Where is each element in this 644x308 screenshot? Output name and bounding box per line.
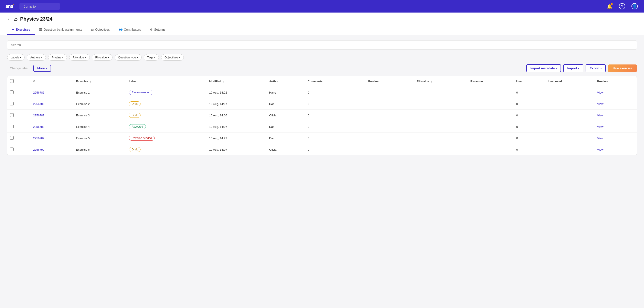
more-button[interactable]: More ▾ [33,65,51,72]
col-author: Author [266,76,305,87]
sort-icon: ↓ [223,80,224,83]
filter-objectives[interactable]: Objectives ▾ [161,54,184,61]
view-link[interactable]: View [597,114,604,117]
exercises-tab-icon: ✦ [12,28,14,31]
folder-icon: 🗁 [14,16,18,22]
tab-question-bank[interactable]: ☰ Question bank assignments [35,25,86,35]
import-metadata-button[interactable]: Import metadata ▾ [526,64,561,72]
modified-date: 10 Aug, 14:07 [206,98,266,110]
filter-labels[interactable]: Labels ▾ [7,54,24,61]
objectives-tab-icon: ⊟ [91,28,94,31]
table-row: 2256788 Exercise 4 Accepted 10 Aug, 14:0… [8,121,636,132]
p-value [366,87,414,98]
label-badge: Review needed [129,90,153,95]
topnav-right-icons: 🔔 ? 👤 [606,2,639,10]
p-value [366,110,414,121]
row-checkbox-3[interactable] [10,125,14,128]
view-link[interactable]: View [597,102,604,106]
breadcrumb: ← 🗁 Physics 23/24 [7,16,637,22]
select-all-checkbox[interactable] [10,79,14,83]
tab-settings[interactable]: ⚙ Settings [146,25,170,35]
view-link[interactable]: View [597,91,604,94]
rit-value [414,98,468,110]
main-content: Labels ▾ Authors ▾ P-value ▾ Rit-value ▾… [0,35,644,308]
row-checkbox-4[interactable] [10,136,14,140]
view-link[interactable]: View [597,148,604,151]
rit-value [414,87,468,98]
question-bank-tab-label: Question bank assignments [44,28,82,31]
exercise-name: Exercise 4 [74,121,126,132]
import-button[interactable]: Import ▾ [563,64,583,72]
rir-value [468,87,514,98]
author-name: Harry [266,87,305,98]
notifications-button[interactable]: 🔔 [606,2,614,10]
exercise-number-link[interactable]: 2256788 [33,125,44,128]
author-name: Olivia [266,144,305,155]
filter-rir-value[interactable]: Rir-value ▾ [92,54,112,61]
used-count: 0 [514,98,546,110]
contributors-tab-label: Contributors [124,28,141,31]
p-value [366,144,414,155]
exercise-number-link[interactable]: 2256787 [33,114,44,117]
p-value [366,98,414,110]
row-checkbox-0[interactable] [10,90,14,94]
filter-authors[interactable]: Authors ▾ [27,54,46,61]
filter-question-type[interactable]: Question type ▾ [115,54,142,61]
user-button[interactable]: 👤 [630,2,639,10]
used-count: 0 [514,121,546,132]
p-value [366,121,414,132]
comments-count: 0 [305,98,366,110]
tab-exercises[interactable]: ✦ Exercises [7,25,35,35]
filter-tags[interactable]: Tags ▾ [144,54,159,61]
logo-sup: * [13,4,14,7]
exercise-name: Exercise 2 [74,98,126,110]
jump-to-button[interactable]: Jump to ... [20,3,60,10]
rir-value [468,144,514,155]
export-label: Export [590,66,600,70]
tab-contributors[interactable]: 👥 Contributors [114,25,146,35]
table-row: 2256787 Exercise 3 Draft 10 Aug, 14:06 O… [8,110,636,121]
row-checkbox-5[interactable] [10,148,14,151]
exercise-name: Exercise 1 [74,87,126,98]
last-used-date [546,110,594,121]
used-count: 0 [514,110,546,121]
tab-objectives[interactable]: ⊟ Objectives [86,25,114,35]
p-value [366,132,414,144]
col-modified[interactable]: Modified ↓ [206,76,266,87]
exercise-number-link[interactable]: 2256786 [33,102,44,106]
exercises-tab-label: Exercises [16,28,30,31]
col-used: Used [514,76,546,87]
row-checkbox-2[interactable] [10,113,14,117]
exercise-number-link[interactable]: 2256790 [33,148,44,151]
change-label-button: Change label [7,65,31,72]
exercise-name: Exercise 3 [74,110,126,121]
exercises-table: # Exercise ↓ Label Modified ↓ Author Com… [7,76,637,155]
col-rit-value[interactable]: Rit-value ↓ [414,76,468,87]
export-button[interactable]: Export ▾ [586,64,606,72]
rir-value [468,110,514,121]
col-p-value[interactable]: P-value ↓ [366,76,414,87]
view-link[interactable]: View [597,125,604,128]
page-title: Physics 23/24 [20,16,52,22]
back-button[interactable]: ← [7,17,11,22]
rir-value [468,121,514,132]
new-exercise-button[interactable]: New exercise [608,64,637,72]
row-checkbox-1[interactable] [10,102,14,106]
col-comments[interactable]: Comments ↓ [305,76,366,87]
sort-icon: ↓ [380,80,382,83]
filter-rit-value[interactable]: Rit-value ▾ [69,54,90,61]
chevron-down-icon: ▾ [556,67,557,70]
filter-p-value[interactable]: P-value ▾ [48,54,67,61]
table-row: 2256790 Exercise 6 Draft 10 Aug, 14:07 O… [8,144,636,155]
help-button[interactable]: ? [618,2,626,10]
chevron-down-icon: ▾ [62,56,64,59]
label-badge: Draft [129,102,140,106]
sort-icon: ↓ [431,80,432,83]
rit-value [414,110,468,121]
col-exercise[interactable]: Exercise ↓ [74,76,126,87]
exercise-number-link[interactable]: 2256789 [33,136,44,140]
search-input[interactable] [7,40,637,50]
settings-tab-label: Settings [154,28,166,31]
view-link[interactable]: View [597,136,604,140]
exercise-number-link[interactable]: 2256785 [33,91,44,94]
